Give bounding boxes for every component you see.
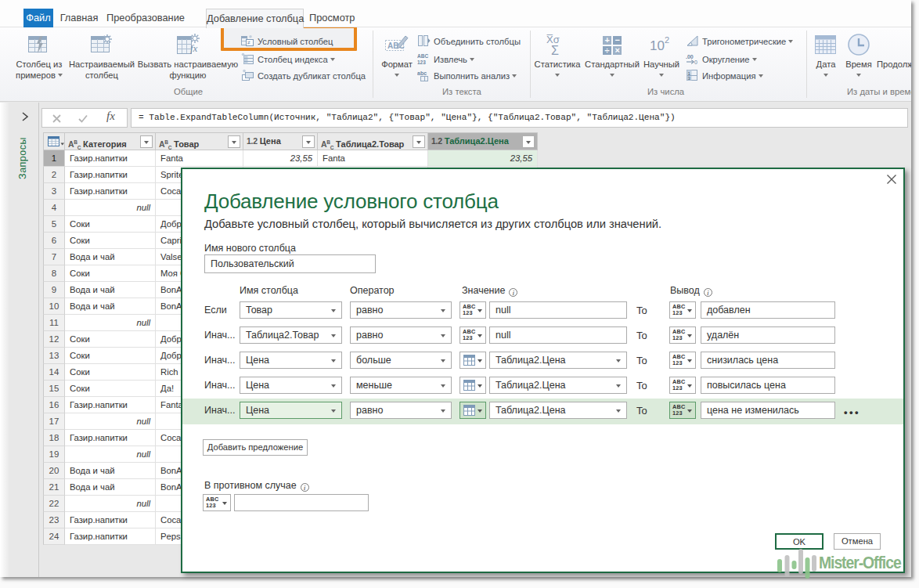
svg-text:+: + — [605, 35, 610, 45]
svg-text:.00: .00 — [686, 54, 694, 60]
svg-text:abc: abc — [417, 70, 427, 76]
svg-text:÷: ÷ — [605, 45, 610, 55]
svg-text:123: 123 — [417, 60, 426, 65]
svg-text:0: 0 — [694, 60, 697, 65]
svg-text:2: 2 — [665, 35, 669, 45]
svg-text:Σ: Σ — [551, 44, 559, 57]
svg-text:−: − — [615, 35, 620, 45]
svg-text:≠: ≠ — [247, 40, 250, 45]
svg-text:×: × — [615, 45, 620, 55]
svg-text:fx: fx — [190, 42, 198, 54]
svg-text:10: 10 — [650, 38, 665, 53]
svg-text:ABC: ABC — [417, 53, 428, 59]
